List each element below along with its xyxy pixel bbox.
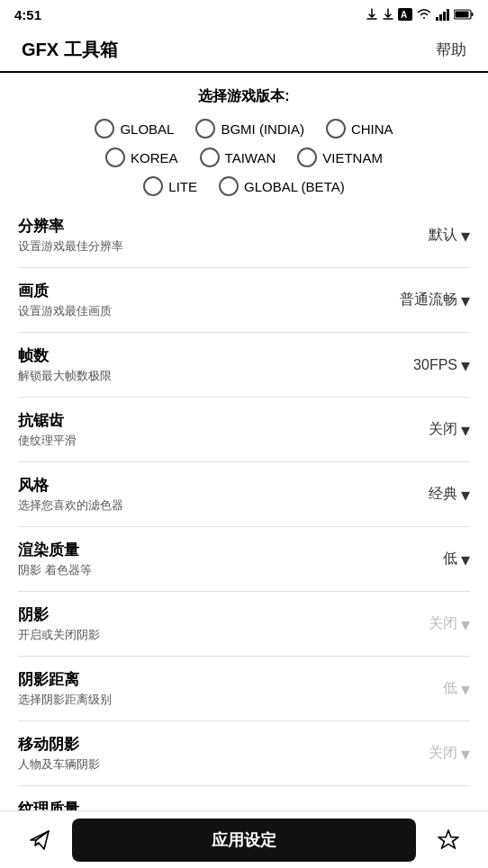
setting-style-name: 风格: [18, 475, 123, 496]
setting-moving-shadow[interactable]: 移动阴影 人物及车辆阴影 关闭 ▾: [18, 721, 470, 786]
radio-bgmi-circle: [195, 119, 215, 139]
setting-antialias-name: 抗锯齿: [18, 410, 77, 431]
setting-resolution[interactable]: 分辨率 设置游戏最佳分辨率 默认 ▾: [18, 203, 470, 268]
send-icon: [28, 828, 51, 852]
setting-shadow-value: 关闭: [429, 614, 457, 633]
setting-shadow-dist[interactable]: 阴影距离 选择阴影距离级别 低 ▾: [18, 657, 470, 721]
signal-icon: [436, 8, 450, 21]
svg-rect-2: [436, 17, 438, 21]
radio-vietnam[interactable]: VIETNAM: [297, 148, 383, 167]
settings-list: 分辨率 设置游戏最佳分辨率 默认 ▾ 画质 设置游戏最佳画质 普通流畅 ▾ 帧数…: [0, 203, 488, 851]
radio-taiwan-circle: [200, 148, 220, 167]
wifi-icon: [416, 8, 432, 21]
setting-shadow-dist-name: 阴影距离: [18, 669, 112, 690]
version-grid: GLOBAL BGMI (INDIA) CHINA KOREA TAIWAN: [18, 119, 470, 196]
chevron-down-icon: ▾: [461, 613, 470, 635]
status-time: 4:51: [14, 7, 41, 22]
setting-moving-shadow-name: 移动阴影: [18, 734, 100, 755]
setting-fps-name: 帧数: [18, 345, 112, 366]
chevron-down-icon: ▾: [461, 225, 470, 246]
radio-global-beta-circle: [219, 176, 239, 196]
chevron-down-icon: ▾: [461, 678, 470, 700]
favorite-button[interactable]: [427, 819, 470, 862]
radio-lite[interactable]: LITE: [143, 176, 197, 196]
radio-china[interactable]: CHINA: [326, 119, 393, 139]
chevron-down-icon: ▾: [461, 354, 470, 376]
radio-china-label: CHINA: [351, 121, 393, 137]
chevron-down-icon: ▾: [461, 419, 470, 441]
radio-bgmi-label: BGMI (INDIA): [221, 121, 304, 137]
radio-taiwan[interactable]: TAIWAN: [200, 148, 276, 167]
radio-vietnam-circle: [297, 148, 317, 167]
radio-korea-circle: [105, 148, 125, 167]
setting-shadow-name: 阴影: [18, 604, 100, 625]
setting-moving-shadow-desc: 人物及车辆阴影: [18, 756, 100, 773]
svg-rect-5: [447, 9, 449, 21]
setting-antialias[interactable]: 抗锯齿 使纹理平滑 关闭 ▾: [18, 398, 470, 462]
setting-resolution-desc: 设置游戏最佳分辨率: [18, 238, 123, 255]
setting-style-desc: 选择您喜欢的滤色器: [18, 497, 123, 514]
download-icon: [366, 8, 378, 21]
setting-quality-name: 画质: [18, 281, 112, 301]
star-icon: [437, 828, 460, 852]
radio-bgmi[interactable]: BGMI (INDIA): [195, 119, 304, 139]
radio-global-circle: [95, 119, 114, 139]
svg-rect-7: [472, 13, 474, 16]
setting-render-quality-name: 渲染质量: [18, 540, 92, 560]
radio-global-beta-label: GLOBAL (BETA): [244, 179, 345, 194]
svg-rect-3: [439, 14, 442, 21]
setting-resolution-name: 分辨率: [18, 216, 123, 237]
setting-style-value: 经典: [429, 485, 457, 504]
radio-taiwan-label: TAIWAN: [225, 150, 276, 166]
svg-rect-4: [443, 12, 446, 21]
svg-rect-8: [456, 12, 469, 18]
setting-render-quality[interactable]: 渲染质量 阴影 着色器等 低 ▾: [18, 527, 470, 592]
setting-resolution-value: 默认: [429, 226, 457, 245]
setting-moving-shadow-value: 关闭: [429, 744, 457, 763]
setting-quality-desc: 设置游戏最佳画质: [18, 303, 112, 319]
radio-lite-circle: [143, 176, 163, 196]
a-icon: A: [398, 8, 412, 21]
setting-antialias-value: 关闭: [429, 420, 457, 439]
radio-korea-label: KOREA: [131, 150, 178, 166]
svg-text:A: A: [401, 10, 407, 20]
battery-icon: [454, 9, 474, 20]
status-icons: A: [366, 8, 474, 21]
setting-shadow[interactable]: 阴影 开启或关闭阴影 关闭 ▾: [18, 592, 470, 657]
setting-shadow-desc: 开启或关闭阴影: [18, 627, 100, 643]
radio-global-beta[interactable]: GLOBAL (BETA): [219, 176, 345, 196]
status-bar: 4:51 A: [0, 0, 488, 29]
radio-global[interactable]: GLOBAL: [95, 119, 174, 139]
setting-shadow-dist-value: 低: [443, 679, 457, 698]
setting-render-quality-value: 低: [443, 550, 457, 568]
setting-quality[interactable]: 画质 设置游戏最佳画质 普通流畅 ▾: [18, 268, 470, 333]
version-row-3: LITE GLOBAL (BETA): [143, 176, 344, 196]
help-link[interactable]: 帮助: [436, 40, 466, 60]
version-section: 选择游戏版本: GLOBAL BGMI (INDIA) CHINA KOREA: [0, 73, 488, 203]
radio-global-label: GLOBAL: [120, 121, 174, 137]
chevron-down-icon: ▾: [461, 549, 470, 570]
chevron-down-icon: ▾: [461, 484, 470, 506]
version-row-2: KOREA TAIWAN VIETNAM: [105, 148, 383, 167]
radio-lite-label: LITE: [168, 179, 197, 194]
setting-render-quality-desc: 阴影 着色器等: [18, 562, 92, 578]
chevron-down-icon: ▾: [461, 743, 470, 765]
version-title: 选择游戏版本:: [18, 87, 470, 106]
setting-antialias-desc: 使纹理平滑: [18, 433, 77, 449]
version-row-1: GLOBAL BGMI (INDIA) CHINA: [95, 119, 393, 139]
setting-quality-value: 普通流畅: [400, 291, 457, 309]
app-title: GFX 工具箱: [22, 38, 118, 62]
bottom-bar: 应用设定: [0, 810, 488, 868]
setting-shadow-dist-desc: 选择阴影距离级别: [18, 692, 112, 708]
share-button[interactable]: [18, 819, 61, 862]
top-nav: GFX 工具箱 帮助: [0, 29, 488, 73]
radio-vietnam-label: VIETNAM: [322, 150, 383, 166]
setting-fps-desc: 解锁最大帧数极限: [18, 368, 112, 384]
setting-fps-value: 30FPS: [413, 357, 457, 373]
download2-icon: [382, 8, 394, 21]
setting-fps[interactable]: 帧数 解锁最大帧数极限 30FPS ▾: [18, 333, 470, 398]
chevron-down-icon: ▾: [461, 290, 470, 311]
apply-button[interactable]: 应用设定: [72, 819, 416, 862]
setting-style[interactable]: 风格 选择您喜欢的滤色器 经典 ▾: [18, 462, 470, 527]
radio-korea[interactable]: KOREA: [105, 148, 178, 167]
